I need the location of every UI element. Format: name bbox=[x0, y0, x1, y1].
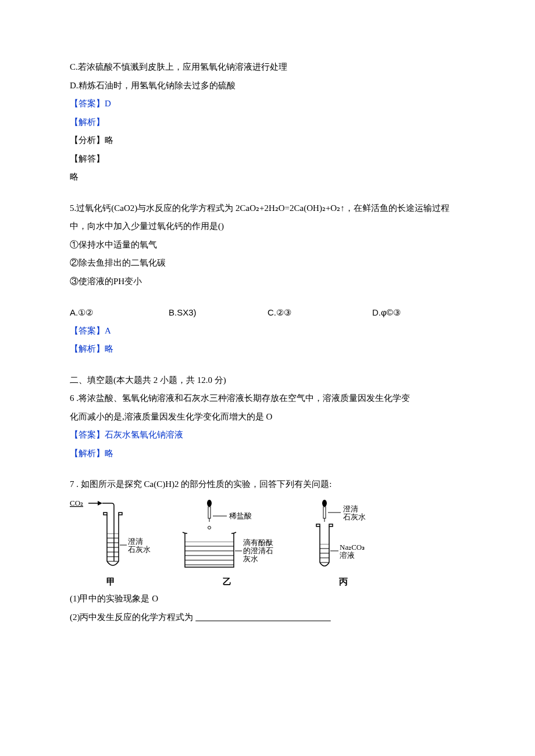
q5-item3: ③使溶液的PH变小 bbox=[70, 273, 465, 291]
caption-bing: 丙 bbox=[339, 577, 348, 587]
spacer bbox=[70, 291, 465, 303]
yi-acid-label: 稀盐酸 bbox=[229, 511, 252, 520]
yi-label1: 滴有酚酞 bbox=[243, 538, 273, 547]
q5-option-d: D.φ©③ bbox=[372, 303, 465, 322]
q7-sub2-text: (2)丙中发生反应的化学方程式为 bbox=[70, 612, 195, 622]
bing-label2: 石灰水 bbox=[343, 513, 366, 521]
spacer bbox=[70, 359, 465, 371]
svg-rect-15 bbox=[208, 507, 211, 518]
q5-stem-line2: 中，向水中加入少量过氧化钙的作用是() bbox=[70, 217, 465, 236]
q7-sub1: (1)甲中的实验现象是 O bbox=[70, 590, 465, 608]
q4-option-c: C.若浓硫酸不慎溅到皮肤上，应用氢氧化钠溶液进行处理 bbox=[70, 58, 465, 77]
q5-answer: 【答案】A bbox=[70, 322, 465, 341]
diagram-bing: 澄清 石灰水 Na₂CO₃ bbox=[302, 499, 384, 587]
q6-stem-line1: 6 .将浓盐酸、氢氧化钠溶液和石灰水三种溶液长期存放在空气中，溶液质量因发生化学… bbox=[70, 389, 465, 408]
yi-label3: 灰水 bbox=[243, 554, 258, 563]
svg-point-14 bbox=[207, 500, 212, 507]
q7-sub2-blank bbox=[195, 612, 331, 622]
svg-rect-32 bbox=[329, 524, 333, 526]
co2-label: CO₂ bbox=[70, 499, 83, 507]
q4-answer: 【答案】D bbox=[70, 95, 465, 113]
bing-label1: 澄清 bbox=[343, 504, 358, 513]
yi-label2: 的澄清石 bbox=[243, 546, 273, 555]
jia-label1: 澄清 bbox=[128, 537, 143, 546]
q4-explain-label: 【解析】 bbox=[70, 113, 465, 132]
q5-item2: ②除去鱼排出的二氧化碳 bbox=[70, 254, 465, 273]
svg-rect-31 bbox=[316, 524, 320, 526]
q7-diagram-row: CO₂ bbox=[70, 499, 465, 587]
svg-point-27 bbox=[322, 500, 327, 507]
diagram-jia-svg: CO₂ bbox=[70, 499, 151, 577]
svg-rect-28 bbox=[323, 507, 326, 518]
caption-jia: 甲 bbox=[106, 577, 115, 587]
q6-stem-line2: 化而减小的是,溶液质量因发生化学变化而增大的是 O bbox=[70, 408, 465, 427]
q4-option-d: D.精炼石油时，用氢氧化钠除去过多的硫酸 bbox=[70, 77, 465, 95]
q4-analysis: 【分析】略 bbox=[70, 131, 465, 150]
spacer bbox=[70, 463, 465, 475]
bing-label3: Na₂CO₃ bbox=[340, 543, 365, 551]
diagram-yi-svg: 稀盐酸 滴有酚酞 的澄清石 灰水 bbox=[169, 499, 285, 577]
diagram-jia: CO₂ bbox=[70, 499, 151, 587]
q5-stem-line1: 5.过氧化钙(CaO2)与水反应的化学方程式为 2CaO₂+2H₂O=2Ca(O… bbox=[70, 199, 465, 218]
q4-solve-label: 【解答】 bbox=[70, 150, 465, 169]
q5-item1: ①保持水中适量的氧气 bbox=[70, 236, 465, 255]
q5-option-b: B.SX3) bbox=[169, 303, 268, 322]
q5-option-a: A.①② bbox=[70, 303, 169, 322]
svg-rect-2 bbox=[104, 513, 107, 515]
caption-yi: 乙 bbox=[223, 577, 231, 587]
q6-answer: 【答案】石灰水氢氧化钠溶液 bbox=[70, 426, 465, 445]
section2-header: 二、填空题(本大题共 2 小题，共 12.0 分) bbox=[70, 371, 465, 390]
svg-marker-1 bbox=[98, 501, 102, 506]
q7-sub2: (2)丙中发生反应的化学方程式为 bbox=[70, 608, 465, 627]
svg-rect-3 bbox=[119, 513, 122, 515]
svg-point-17 bbox=[208, 526, 211, 529]
q4-none: 略 bbox=[70, 168, 465, 187]
q6-explain-label: 【解析】略 bbox=[70, 445, 465, 463]
q7-stem: 7 . 如图所示是探究 Ca(C)H)2 的部分性质的实验，回答下列有关问题: bbox=[70, 475, 465, 494]
diagram-bing-svg: 澄清 石灰水 Na₂CO₃ bbox=[302, 499, 384, 577]
q5-explain-label: 【解析】略 bbox=[70, 340, 465, 359]
diagram-yi: 稀盐酸 滴有酚酞 的澄清石 灰水 bbox=[169, 499, 285, 587]
document-page: C.若浓硫酸不慎溅到皮肤上，应用氢氧化钠溶液进行处理 D.精炼石油时，用氢氧化钠… bbox=[0, 0, 535, 661]
q5-options-row: A.①② B.SX3) C.②③ D.φ©③ bbox=[70, 303, 465, 322]
q5-option-c: C.②③ bbox=[268, 303, 372, 322]
spacer bbox=[70, 187, 465, 199]
jia-label2: 石灰水 bbox=[128, 545, 151, 554]
bing-label4: 溶液 bbox=[340, 551, 355, 560]
